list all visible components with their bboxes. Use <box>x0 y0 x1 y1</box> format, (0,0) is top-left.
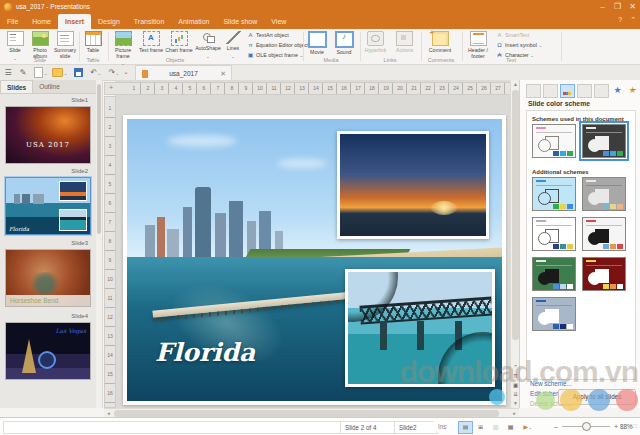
color-scheme-thumbnail[interactable] <box>532 177 576 211</box>
color-scheme-thumbnail[interactable] <box>582 217 626 251</box>
header-footer-icon <box>470 31 487 46</box>
tab-home[interactable]: Home <box>25 14 58 29</box>
lines-button[interactable]: Lines <box>223 30 243 56</box>
color-scheme-thumbnail[interactable] <box>582 124 626 158</box>
slide-button[interactable]: Slide <box>2 30 28 56</box>
additional-schemes-header: Additional schemes <box>532 169 635 175</box>
document-tab[interactable]: usa_2017 ✕ <box>135 65 232 81</box>
slide4-thumbnail[interactable]: Las Vegas <box>5 322 91 380</box>
scrollbar-thumb[interactable] <box>512 90 519 340</box>
pane-design-icon[interactable] <box>543 84 558 98</box>
smarttext-button[interactable]: ASmartText <box>496 31 529 40</box>
slide-title-text[interactable]: Florida <box>155 338 255 367</box>
zoom-slider-handle[interactable] <box>582 422 591 431</box>
text-frame-button[interactable]: Text frame <box>138 30 164 56</box>
textart-icon: A <box>247 31 254 40</box>
current-slide-canvas[interactable]: Florida <box>123 115 506 405</box>
normal-view-button[interactable]: ▤ <box>458 421 473 434</box>
slides-panel: Slides Outline Slide1 USA 2017 Slide2 Fl… <box>0 80 97 408</box>
new-file-button[interactable]: ⌄ <box>33 67 49 78</box>
picture-frame-icon <box>115 31 132 46</box>
slide-sorter-view-button[interactable]: ⊞ <box>473 421 488 434</box>
start-slideshow-button[interactable]: ▶⌄ <box>518 421 538 434</box>
slides-panel-tabs: Slides Outline <box>0 80 96 94</box>
photo-album-icon <box>32 31 49 46</box>
color-scheme-thumbnail[interactable] <box>532 217 576 251</box>
schemes-used-grid <box>532 124 635 164</box>
zoom-out-button[interactable]: – <box>552 421 560 432</box>
photo-album-button[interactable]: Photo album <box>27 30 53 56</box>
slide3-thumbnail[interactable]: Horseshoe Bend <box>5 249 91 307</box>
color-scheme-thumbnail[interactable] <box>582 177 626 211</box>
tab-animation[interactable]: Animation <box>171 14 216 29</box>
redo-button[interactable]: ↷⌄ <box>106 67 122 78</box>
slide1-thumbnail[interactable]: USA 2017 <box>5 106 91 164</box>
tab-outline[interactable]: Outline <box>33 80 66 92</box>
tab-insert[interactable]: Insert <box>58 14 91 29</box>
pane-minimize-icon[interactable]: – <box>632 84 636 93</box>
fit-slide-icon[interactable]: ⛶ <box>631 421 639 432</box>
tab-slides[interactable]: Slides <box>0 80 33 93</box>
tab-file[interactable]: File <box>0 14 25 29</box>
comment-button[interactable]: Comment <box>427 30 453 56</box>
sunset-inset-photo[interactable] <box>337 131 489 239</box>
insert-symbol-button[interactable]: ΩInsert symbol <box>496 41 542 50</box>
save-button[interactable] <box>72 67 84 78</box>
undo-button[interactable]: ↶⌄ <box>88 67 104 78</box>
horizontal-ruler: + 12345678910111213141516171819202122232… <box>104 82 512 95</box>
bridge-inset-photo[interactable] <box>345 269 495 387</box>
hand-mode-icon[interactable]: ✎ <box>18 67 28 78</box>
smarttext-icon: A <box>496 31 503 40</box>
textart-object-button[interactable]: ATextArt object <box>247 31 289 40</box>
tab-slideshow[interactable]: Slide show <box>216 14 264 29</box>
menu-icon[interactable]: ☰ <box>3 67 13 78</box>
close-tab-icon[interactable]: ✕ <box>220 66 226 81</box>
slide-count-indicator: Slide 2 of 4 <box>340 421 398 434</box>
pane-animation-icon[interactable] <box>577 84 592 98</box>
zoom-in-button[interactable]: + <box>612 421 620 432</box>
pane-transition-icon[interactable] <box>594 84 609 98</box>
task-pane: ★ ★ – Slide color scheme Schemes used in… <box>519 80 640 408</box>
header-footer-button[interactable]: Header / footer <box>463 30 493 56</box>
autoshape-icon <box>201 31 216 44</box>
favorites-star-icon[interactable]: ★ <box>611 84 624 96</box>
movie-button[interactable]: Movie <box>304 30 330 56</box>
color-scheme-thumbnail[interactable] <box>532 124 576 158</box>
open-file-button[interactable]: ⌄ <box>52 67 68 78</box>
notes-view-button[interactable]: ▥ <box>488 421 503 434</box>
tab-design[interactable]: Design <box>91 14 127 29</box>
pane-layout-icon[interactable] <box>526 84 541 98</box>
scrollbar-thumb[interactable] <box>114 410 499 417</box>
maximize-button[interactable]: ❐ <box>610 0 625 13</box>
table-button[interactable]: Table <box>80 30 106 56</box>
apply-to-all-slides-button[interactable]: Apply to all slides <box>558 389 636 405</box>
help-icon[interactable]: ? <box>618 16 622 23</box>
equation-icon: π <box>247 41 254 50</box>
ole-object-button[interactable]: ▣OLE object frame <box>247 51 303 60</box>
new-scheme-link[interactable]: New scheme... <box>530 380 572 387</box>
close-button[interactable]: ✕ <box>625 0 640 13</box>
collapse-ribbon-icon[interactable]: ⌃ <box>630 16 636 23</box>
equation-editor-button[interactable]: πEquation Editor object <box>247 41 309 50</box>
slides-panel-scrollbar[interactable] <box>96 80 103 408</box>
tab-transition[interactable]: Transition <box>127 14 171 29</box>
color-scheme-thumbnail[interactable] <box>582 257 626 291</box>
actions-button[interactable]: Actions <box>391 30 418 56</box>
tab-view[interactable]: View <box>264 14 293 29</box>
hyperlink-button[interactable]: Hyperlink <box>361 30 390 56</box>
color-scheme-thumbnail[interactable] <box>532 257 576 291</box>
pane-color-scheme-icon[interactable] <box>560 84 575 98</box>
autoshape-button[interactable]: AutoShape <box>194 30 222 56</box>
summary-slide-button[interactable]: Summary slide <box>52 30 78 56</box>
picture-frame-button[interactable]: Picture frame <box>109 30 137 56</box>
color-scheme-thumbnail[interactable] <box>532 297 576 331</box>
sound-button[interactable]: Sound <box>331 30 357 56</box>
chart-frame-button[interactable]: Chart frame <box>165 30 193 56</box>
master-view-button[interactable]: ▦ <box>503 421 518 434</box>
symbol-icon: Ω <box>496 41 503 50</box>
customize-toolbar-icon[interactable]: ⌄ <box>122 67 130 78</box>
slide2-thumbnail[interactable]: Florida <box>5 177 91 235</box>
quick-access-toolbar: ☰ ✎ ⌄ ⌄ ↶⌄ ↷⌄ ⌄ usa_2017 ✕ <box>0 65 640 81</box>
insert-mode-indicator[interactable]: Ins <box>434 421 458 432</box>
minimize-button[interactable]: – <box>595 0 610 13</box>
